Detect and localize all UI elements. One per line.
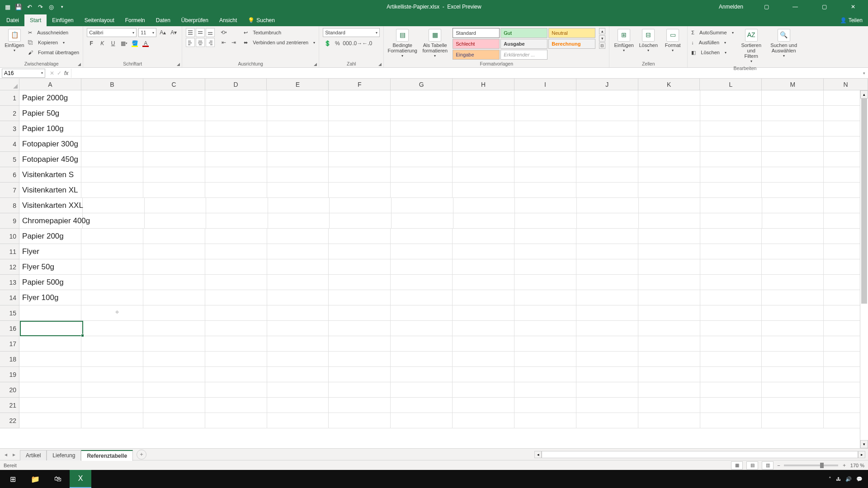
cell[interactable]	[143, 305, 205, 321]
cell[interactable]	[391, 398, 453, 413]
excel-taskbar[interactable]: X	[70, 470, 91, 488]
cell[interactable]	[19, 382, 81, 398]
cell[interactable]	[514, 244, 576, 259]
store-taskbar[interactable]: 🛍	[47, 470, 69, 488]
column-header[interactable]: J	[576, 79, 638, 90]
orientation-button[interactable]: ⟲▾	[219, 28, 228, 37]
cell[interactable]	[392, 198, 453, 213]
cell[interactable]	[453, 336, 514, 352]
border-button[interactable]: ▦▾	[119, 39, 128, 48]
cell[interactable]	[700, 352, 762, 367]
cell[interactable]	[514, 183, 576, 198]
cell[interactable]	[329, 336, 391, 352]
cell[interactable]	[205, 336, 267, 352]
column-header[interactable]: I	[514, 79, 576, 90]
cell[interactable]	[391, 275, 453, 290]
cell-styles-gallery[interactable]: Standard Gut Neutral Schlecht Ausgabe Be…	[453, 28, 595, 60]
cell[interactable]	[638, 367, 700, 382]
italic-button[interactable]: K	[98, 39, 107, 48]
cell[interactable]	[205, 275, 267, 290]
cell[interactable]	[638, 321, 700, 336]
cell[interactable]	[638, 121, 700, 136]
cell[interactable]	[638, 290, 700, 305]
cell[interactable]	[143, 352, 205, 367]
cell[interactable]	[576, 136, 638, 152]
undo-icon[interactable]: ↶	[25, 3, 33, 11]
cell[interactable]	[762, 398, 824, 413]
row-header[interactable]: 21	[0, 398, 19, 413]
cell[interactable]	[762, 198, 824, 213]
cell[interactable]	[700, 290, 762, 305]
cell[interactable]	[453, 244, 514, 259]
cell[interactable]	[329, 183, 391, 198]
cell[interactable]	[638, 413, 700, 428]
merge-center-button[interactable]: ⬌ Verbinden und zentrieren ▾	[244, 38, 315, 47]
copy-button[interactable]: ⿻ Kopieren ▾	[28, 38, 79, 47]
cell[interactable]	[638, 136, 700, 152]
cell[interactable]	[514, 136, 576, 152]
redo-icon[interactable]: ↷	[36, 3, 44, 11]
clear-button[interactable]: ◧ Löschen ▾	[691, 48, 733, 57]
cell[interactable]	[700, 413, 762, 428]
cell[interactable]	[700, 382, 762, 398]
cell[interactable]	[391, 183, 453, 198]
tray-notifications-icon[interactable]: 💬	[856, 476, 863, 482]
cell[interactable]	[576, 90, 638, 106]
cell[interactable]	[267, 336, 329, 352]
cell[interactable]	[762, 136, 824, 152]
cell[interactable]	[19, 336, 81, 352]
cell[interactable]	[143, 367, 205, 382]
cell[interactable]: Flyer 50g	[19, 259, 81, 275]
cell[interactable]	[700, 198, 762, 213]
cell[interactable]	[638, 305, 700, 321]
cell[interactable]	[453, 398, 514, 413]
cell[interactable]	[329, 367, 391, 382]
cell[interactable]	[453, 136, 514, 152]
cell[interactable]	[329, 229, 391, 244]
cell[interactable]	[700, 213, 762, 229]
cell[interactable]	[453, 106, 514, 121]
cell[interactable]	[205, 152, 267, 167]
cell[interactable]	[329, 152, 391, 167]
cell[interactable]	[453, 290, 514, 305]
cell[interactable]	[453, 213, 515, 229]
cell[interactable]	[205, 398, 267, 413]
enter-formula-icon[interactable]: ✓	[57, 70, 61, 76]
cell[interactable]	[453, 90, 514, 106]
cell[interactable]	[514, 367, 576, 382]
cell[interactable]	[700, 229, 762, 244]
cell[interactable]	[81, 367, 143, 382]
cell[interactable]	[515, 198, 577, 213]
column-header[interactable]: G	[391, 79, 453, 90]
cell[interactable]	[143, 336, 205, 352]
cell[interactable]	[762, 229, 824, 244]
cell[interactable]	[638, 106, 700, 121]
cell[interactable]	[205, 367, 267, 382]
percent-button[interactable]: %	[333, 39, 342, 48]
increase-indent-button[interactable]: ⇥	[229, 38, 238, 47]
cell[interactable]	[329, 290, 391, 305]
cell[interactable]	[391, 152, 453, 167]
cell[interactable]	[143, 90, 205, 106]
cell[interactable]	[762, 382, 824, 398]
decrease-indent-button[interactable]: ⇤	[219, 38, 228, 47]
cell[interactable]	[391, 229, 453, 244]
delete-cells-button[interactable]: ⊟Löschen▾	[637, 28, 659, 54]
column-header[interactable]: B	[81, 79, 143, 90]
font-color-button[interactable]: A	[141, 39, 150, 48]
cell[interactable]	[145, 213, 207, 229]
cell[interactable]	[267, 275, 329, 290]
tab-view[interactable]: Ansicht	[214, 14, 242, 26]
cell[interactable]	[143, 244, 205, 259]
cell[interactable]	[267, 167, 329, 183]
cell[interactable]	[762, 259, 824, 275]
cell[interactable]	[205, 229, 267, 244]
scroll-up-button[interactable]: ▴	[860, 90, 868, 99]
cell[interactable]	[762, 352, 824, 367]
cell[interactable]	[638, 244, 700, 259]
insert-cells-button[interactable]: ⊞Einfügen▾	[613, 28, 635, 54]
increase-font-button[interactable]: A▴	[158, 28, 167, 37]
cell[interactable]	[81, 321, 143, 336]
column-header[interactable]: A	[19, 79, 81, 90]
cell[interactable]	[143, 167, 205, 183]
